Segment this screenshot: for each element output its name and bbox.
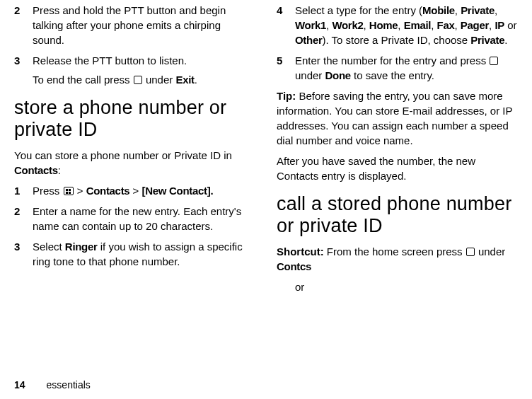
step-text: To end the call press under Exit. bbox=[33, 72, 255, 87]
tip-text: Tip: Before saving the entry, you can sa… bbox=[277, 88, 518, 148]
footer: 14essentials bbox=[14, 379, 91, 391]
step-3: 3 Release the PTT button to listen. To e… bbox=[14, 53, 255, 87]
store-step-5: 5 Enter the number for the entry and pre… bbox=[277, 53, 518, 83]
step-text: Press > Contacts > [New Contact]. bbox=[33, 183, 255, 198]
softkey-icon bbox=[466, 248, 475, 256]
step-body: Enter the number for the entry and press… bbox=[295, 53, 518, 83]
step-number: 4 bbox=[277, 3, 295, 47]
store-step-4: 4 Select a type for the entry (Mobile, P… bbox=[277, 3, 518, 47]
step-body: Select Ringer if you wish to assign a sp… bbox=[33, 239, 255, 269]
softkey-icon bbox=[134, 76, 142, 84]
store-step-3: 3 Select Ringer if you wish to assign a … bbox=[14, 239, 255, 269]
step-text: Select Ringer if you wish to assign a sp… bbox=[33, 239, 255, 269]
step-body: Press > Contacts > [New Contact]. bbox=[33, 183, 255, 198]
step-body: Select a type for the entry (Mobile, Pri… bbox=[295, 3, 518, 47]
store-step-2: 2 Enter a name for the new entry. Each e… bbox=[14, 204, 255, 233]
step-number: 2 bbox=[14, 3, 33, 47]
or-text: or bbox=[295, 279, 518, 294]
right-column: 4 Select a type for the entry (Mobile, P… bbox=[277, 3, 518, 300]
store-step-1: 1 Press > Contacts > [New Contact]. bbox=[14, 183, 255, 198]
intro-text: You can store a phone number or Private … bbox=[14, 148, 255, 178]
columns: 2 Press and hold the PTT button and begi… bbox=[14, 3, 518, 300]
left-column: 2 Press and hold the PTT button and begi… bbox=[14, 3, 255, 300]
step-text: Enter the number for the entry and press… bbox=[295, 53, 518, 83]
step-text: Press and hold the PTT button and begin … bbox=[33, 3, 255, 47]
step-number: 3 bbox=[14, 239, 33, 269]
menu-icon bbox=[64, 187, 74, 195]
step-text: Enter a name for the new entry. Each ent… bbox=[33, 204, 255, 233]
step-number: 1 bbox=[14, 183, 33, 198]
step-number: 5 bbox=[277, 53, 295, 83]
softkey-icon bbox=[490, 57, 498, 65]
after-text: After you have saved the number, the new… bbox=[277, 154, 518, 183]
step-body: Enter a name for the new entry. Each ent… bbox=[33, 204, 255, 233]
step-body: Release the PTT button to listen. To end… bbox=[33, 53, 255, 87]
tip-label: Tip: bbox=[277, 90, 296, 102]
step-body: Press and hold the PTT button and begin … bbox=[33, 3, 255, 47]
section-heading-store: store a phone number or private ID bbox=[14, 97, 255, 141]
shortcut-text: Shortcut: From the home screen press und… bbox=[277, 244, 518, 274]
step-2: 2 Press and hold the PTT button and begi… bbox=[14, 3, 255, 47]
step-number: 2 bbox=[14, 204, 33, 233]
section-heading-call: call a stored phone number or private ID bbox=[277, 193, 518, 237]
page-number: 14 bbox=[14, 379, 25, 391]
step-text: Release the PTT button to listen. bbox=[33, 53, 255, 68]
section-name: essentials bbox=[47, 379, 91, 391]
shortcut-label: Shortcut: bbox=[277, 245, 324, 258]
step-number: 3 bbox=[14, 53, 33, 87]
step-text: Select a type for the entry (Mobile, Pri… bbox=[295, 3, 518, 47]
